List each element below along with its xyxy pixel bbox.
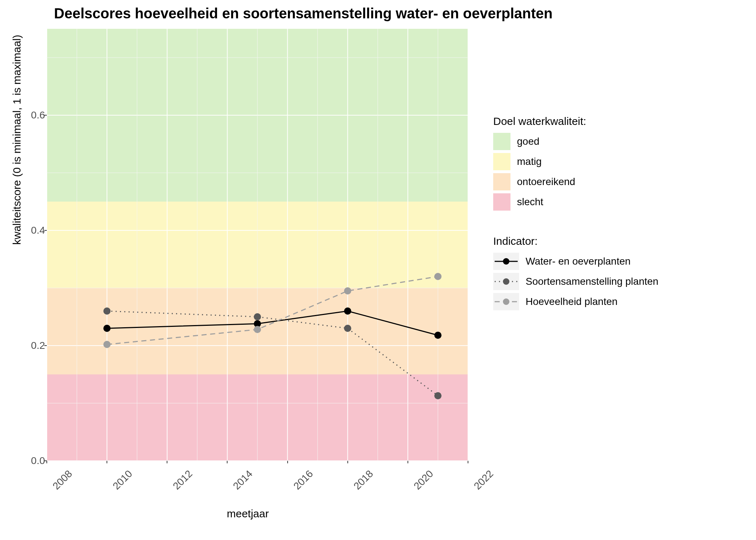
legend-bands-title: Doel waterkwaliteit: (493, 115, 745, 127)
chart-container: Deelscores hoeveelheid en soortensamenst… (0, 0, 756, 540)
svg-point-42 (503, 278, 509, 285)
svg-point-35 (103, 341, 111, 348)
legend-label: Water- en oeverplanten (526, 256, 631, 267)
x-tick-label: 2014 (231, 468, 255, 492)
legend-swatch (493, 193, 510, 211)
svg-point-37 (344, 287, 351, 294)
legend-swatch (493, 153, 510, 170)
chart-svg (47, 29, 468, 461)
legend: Doel waterkwaliteit: goedmatigontoereike… (493, 115, 745, 313)
legend-band-item: ontoereikend (493, 173, 745, 190)
legend-label: ontoereikend (517, 176, 575, 188)
plot-area (47, 29, 468, 461)
y-tick-label: 0.0 (23, 455, 45, 467)
svg-point-27 (103, 325, 111, 332)
x-tick-label: 2008 (50, 468, 75, 492)
x-tick-label: 2016 (291, 468, 315, 492)
svg-point-30 (434, 332, 441, 339)
legend-series-item: Water- en oeverplanten (493, 253, 745, 270)
legend-series-title: Indicator: (493, 235, 745, 247)
svg-point-36 (254, 326, 261, 333)
legend-series-item: Hoeveelheid planten (493, 293, 745, 310)
svg-point-40 (503, 258, 509, 265)
x-tick-label: 2012 (171, 468, 195, 492)
legend-line-sample (493, 273, 519, 290)
y-tick-label: 0.4 (23, 225, 45, 236)
svg-point-44 (503, 298, 509, 305)
svg-point-34 (434, 392, 441, 399)
legend-band-item: goed (493, 133, 745, 150)
x-tick-label: 2018 (351, 468, 375, 492)
legend-band-item: slecht (493, 193, 745, 211)
legend-label: Soortensamenstelling planten (526, 276, 658, 287)
svg-point-33 (344, 325, 351, 332)
svg-point-38 (434, 273, 441, 280)
legend-label: goed (517, 136, 539, 147)
x-axis-label: meetjaar (227, 508, 269, 520)
legend-line-sample (493, 253, 519, 270)
svg-point-32 (254, 313, 261, 320)
y-tick-label: 0.6 (23, 109, 45, 121)
legend-label: Hoeveelheid planten (526, 296, 617, 307)
legend-series-item: Soortensamenstelling planten (493, 273, 745, 290)
y-tick-label: 0.2 (23, 340, 45, 351)
x-tick-label: 2022 (472, 468, 496, 492)
legend-label: matig (517, 156, 541, 167)
svg-point-29 (344, 307, 351, 315)
legend-line-sample (493, 293, 519, 310)
legend-band-item: matig (493, 153, 745, 170)
x-tick-label: 2010 (111, 468, 135, 492)
legend-swatch (493, 133, 510, 150)
svg-point-31 (103, 307, 111, 315)
legend-label: slecht (517, 196, 543, 208)
y-axis-label: kwaliteitscore (0 is minimaal, 1 is maxi… (11, 35, 23, 245)
legend-swatch (493, 173, 510, 190)
x-tick-label: 2020 (411, 468, 436, 492)
chart-title: Deelscores hoeveelheid en soortensamenst… (54, 5, 553, 22)
